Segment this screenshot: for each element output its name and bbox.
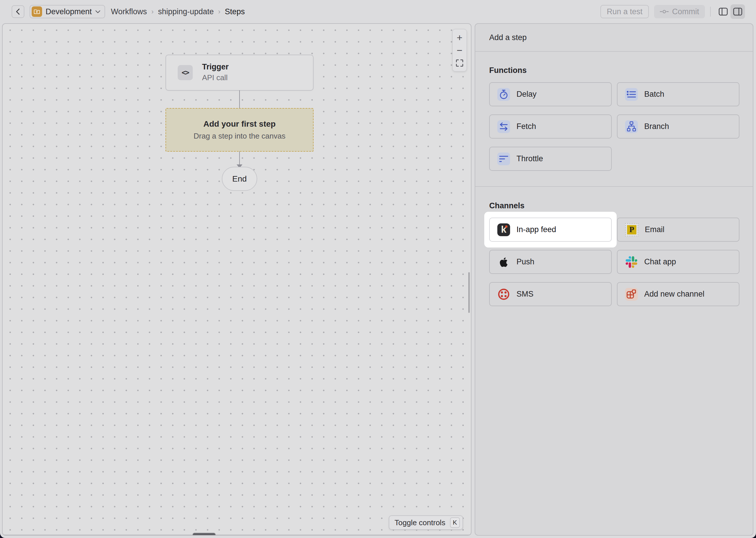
channels-section: Channels k In-app feed P Email: [475, 201, 753, 306]
fit-view-button[interactable]: [453, 57, 466, 69]
chevron-down-icon: [95, 10, 100, 13]
commit-label: Commit: [672, 7, 699, 16]
add-step-panel: Add a step Functions Delay Batch: [475, 23, 753, 536]
postmark-p-letter: P: [627, 225, 637, 235]
trigger-node[interactable]: <> Trigger API call: [165, 55, 313, 91]
delay-stopwatch-icon: [497, 88, 510, 101]
fit-view-icon: [456, 59, 463, 67]
environment-folder-icon: [32, 6, 42, 17]
panel-left-icon: [719, 8, 728, 16]
knock-k-letter: k: [501, 223, 506, 236]
panel-title: Add a step: [475, 24, 753, 52]
run-a-test-button[interactable]: Run a test: [600, 5, 649, 18]
add-channel-icon: [625, 288, 638, 301]
dropzone-title: Add your first step: [204, 119, 276, 129]
zoom-controls: + −: [452, 29, 467, 72]
step-card-label: Chat app: [644, 257, 676, 266]
step-card-delay[interactable]: Delay: [489, 82, 612, 106]
toggle-left-panel-button[interactable]: [716, 4, 731, 19]
add-first-step-dropzone[interactable]: Add your first step Drag a step into the…: [165, 108, 313, 152]
step-card-add-new-channel[interactable]: Add new channel: [617, 282, 739, 306]
dropzone-subtitle: Drag a step into the canvas: [194, 132, 286, 140]
step-card-sms[interactable]: SMS: [489, 282, 612, 306]
step-card-label: Add new channel: [644, 290, 704, 298]
breadcrumb-separator: ›: [218, 8, 220, 16]
step-card-label: Batch: [644, 90, 664, 99]
functions-grid: Delay Batch Fetch: [489, 82, 738, 171]
breadcrumb-workflow-name[interactable]: shipping-update: [158, 7, 214, 16]
fetch-arrows-icon: [497, 120, 510, 133]
step-card-label: Email: [645, 225, 665, 234]
end-label: End: [232, 174, 247, 184]
knock-logo: k: [497, 223, 510, 236]
channels-heading: Channels: [489, 201, 738, 210]
toggle-controls-label: Toggle controls: [395, 518, 445, 527]
zoom-out-button[interactable]: −: [453, 44, 466, 56]
end-node[interactable]: End: [222, 167, 257, 191]
step-card-fetch[interactable]: Fetch: [489, 114, 612, 138]
step-card-chat-app[interactable]: Chat app: [617, 250, 739, 274]
back-button[interactable]: [12, 5, 24, 18]
step-card-label: Throttle: [516, 154, 543, 163]
step-card-label: SMS: [516, 290, 534, 298]
trigger-subtitle: API call: [202, 72, 229, 83]
twilio-logo: [497, 288, 510, 301]
breadcrumb-steps[interactable]: Steps: [225, 7, 245, 16]
breadcrumb-separator: ›: [151, 8, 154, 16]
trigger-title: Trigger: [202, 62, 229, 72]
commit-icon: [660, 9, 669, 14]
step-card-label: In-app feed: [516, 225, 556, 234]
apple-logo: [497, 256, 510, 268]
branch-tree-icon: [625, 120, 638, 133]
panel-right-icon: [733, 8, 742, 16]
breadcrumb-workflows[interactable]: Workflows: [111, 7, 147, 16]
horizontal-scrollbar-thumb[interactable]: [193, 533, 216, 536]
vertical-scrollbar-thumb[interactable]: [468, 272, 470, 313]
connector-line: [239, 90, 240, 108]
connector-line: [239, 151, 240, 165]
environment-label: Development: [46, 7, 92, 16]
postmark-logo: P: [625, 223, 638, 237]
breadcrumb: Workflows › shipping-update › Steps: [111, 7, 245, 16]
keyboard-shortcut-badge: K: [450, 517, 460, 528]
throttle-lines-icon: [497, 152, 510, 165]
trigger-text: Trigger API call: [202, 62, 229, 83]
step-card-push[interactable]: Push: [489, 250, 612, 274]
step-card-label: Push: [516, 257, 535, 266]
workflow-canvas[interactable]: <> Trigger API call Add your first step …: [2, 23, 471, 536]
step-card-batch[interactable]: Batch: [617, 82, 739, 106]
app-window: Development Workflows › shipping-update …: [0, 0, 756, 538]
step-card-throttle[interactable]: Throttle: [489, 147, 612, 171]
horizontal-scrollbar-track: [3, 534, 471, 535]
functions-section: Functions Delay Batch: [475, 66, 753, 171]
toggle-right-panel-button[interactable]: [731, 4, 745, 19]
step-card-label: Branch: [644, 122, 669, 131]
slack-logo: [625, 256, 638, 268]
environment-selector[interactable]: Development: [29, 5, 105, 18]
run-a-test-label: Run a test: [607, 7, 642, 16]
chevron-left-icon: [15, 8, 21, 15]
commit-button[interactable]: Commit: [654, 5, 705, 18]
step-card-email[interactable]: P Email: [617, 218, 739, 242]
channels-grid: k In-app feed P Email Push: [489, 218, 738, 306]
top-bar: Development Workflows › shipping-update …: [0, 0, 756, 23]
step-card-label: Fetch: [516, 122, 536, 131]
code-icon: <>: [178, 65, 193, 80]
functions-heading: Functions: [489, 66, 738, 75]
knock-red-dot: [505, 225, 507, 228]
section-divider: [475, 186, 753, 187]
step-card-label: Delay: [516, 90, 537, 99]
zoom-in-button[interactable]: +: [453, 32, 466, 43]
topbar-divider: [710, 7, 711, 17]
step-card-branch[interactable]: Branch: [617, 114, 739, 138]
toggle-controls-button[interactable]: Toggle controls K: [389, 515, 463, 530]
batch-list-icon: [625, 88, 638, 101]
step-card-in-app-feed[interactable]: k In-app feed: [489, 218, 612, 242]
